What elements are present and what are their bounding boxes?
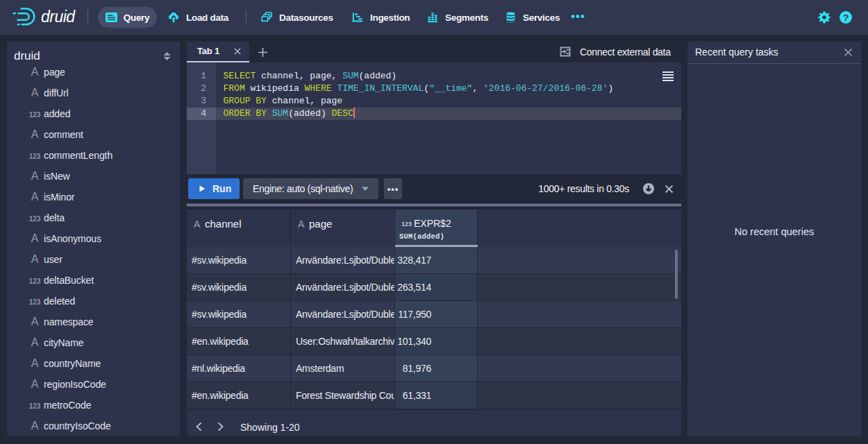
svg-text:?: ? — [843, 12, 849, 23]
